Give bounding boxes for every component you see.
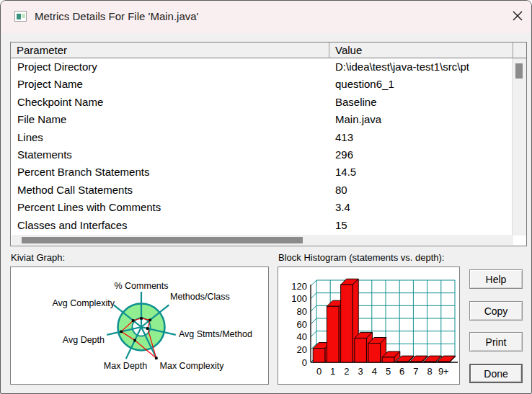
bar-front (368, 344, 381, 362)
table-row[interactable]: Lines413 (12, 129, 513, 146)
close-icon[interactable] (507, 6, 528, 25)
table-body: Project DirectoryD:\idea\test\java-test1… (12, 58, 513, 236)
y-tick-connector (311, 280, 316, 286)
bar-front (438, 362, 450, 362)
x-tick-label: 2 (344, 366, 349, 377)
value-cell: 296 (335, 146, 513, 164)
table-header: Parameter Value (11, 42, 526, 58)
kiviat-axis-label: % Comments (114, 281, 168, 291)
bar-front (382, 357, 394, 362)
horizontal-scrollbar[interactable] (12, 235, 513, 245)
value-cell: 80 (335, 182, 513, 199)
title-bar: Metrics Details For File 'Main.java' (1, 1, 531, 33)
value-cell: Baseline (335, 94, 513, 111)
x-tick-label: 7 (413, 366, 418, 377)
kiviat-graph-panel: % CommentsMethods/ClassAvg Stmts/MethodM… (10, 267, 269, 385)
kiviat-graph-label: Kiviat Graph: (11, 252, 65, 263)
y-tick-connector (311, 318, 316, 324)
param-cell: Project Directory (17, 58, 97, 76)
print-button[interactable]: Print (469, 332, 523, 352)
x-tick-label: 9+ (438, 366, 449, 377)
kiviat-axis-label: Avg Stmts/Method (179, 329, 252, 339)
y-tick-label: 0 (302, 357, 307, 368)
table-row[interactable]: Method Call Statements80 (12, 182, 513, 199)
kiviat-axis-label: Max Depth (104, 361, 147, 371)
y-tick-connector (311, 293, 316, 299)
kiviat-axis-label: Avg Complexity (52, 298, 115, 308)
value-cell: question6_1 (335, 76, 513, 93)
bar-front (410, 362, 422, 362)
x-tick-label: 3 (358, 366, 363, 377)
y-tick-label: 100 (291, 293, 307, 304)
param-cell: Classes and Interfaces (17, 217, 128, 234)
y-tick-label: 120 (291, 281, 307, 292)
block-histogram-label: Block Histogram (statements vs. depth): (278, 252, 444, 263)
x-tick-label: 8 (427, 366, 432, 377)
app-icon (14, 11, 27, 22)
param-cell: Checkpoint Name (17, 94, 103, 111)
kiviat-data-point (133, 339, 136, 342)
bar-front (341, 285, 353, 362)
table-row[interactable]: File NameMain.java (12, 111, 513, 128)
column-header-value[interactable]: Value (329, 42, 513, 58)
bar-front (424, 362, 436, 362)
y-tick-label: 20 (297, 344, 307, 355)
param-cell: Project Name (17, 76, 83, 93)
kiviat-data-point (132, 319, 135, 322)
kiviat-axis-label: Methods/Class (170, 292, 230, 302)
value-cell: D:\idea\test\java-test1\src\pt (335, 58, 513, 76)
metrics-table: Parameter Value Project DirectoryD:\idea… (10, 42, 527, 246)
copy-button[interactable]: Copy (469, 301, 523, 321)
y-tick-label: 60 (297, 319, 307, 330)
bar-front (313, 349, 325, 362)
kiviat-data-point (155, 357, 158, 359)
y-tick-label: 40 (297, 331, 307, 342)
y-tick-connector (311, 331, 316, 337)
x-tick-label: 6 (399, 366, 404, 377)
param-cell: File Name (17, 111, 66, 128)
x-tick-label: 4 (372, 366, 377, 377)
horizontal-scrollbar-thumb[interactable] (22, 237, 303, 243)
y-tick-connector (311, 305, 316, 311)
block-histogram-panel: 0204060801001200123456789+ (278, 267, 460, 385)
kiviat-data-point (146, 327, 149, 330)
value-cell: Main.java (335, 111, 513, 128)
kiviat-data-point (140, 317, 143, 320)
x-tick-label: 0 (316, 366, 322, 377)
value-cell: 413 (335, 129, 513, 146)
table-row[interactable]: Classes and Interfaces15 (12, 217, 513, 234)
value-cell: 14.5 (335, 164, 513, 181)
param-cell: Percent Branch Statements (17, 164, 149, 181)
table-row[interactable]: Project DirectoryD:\idea\test\java-test1… (12, 58, 513, 76)
window-title: Metrics Details For File 'Main.java' (35, 10, 198, 22)
param-cell: Lines (17, 129, 43, 146)
value-cell: 3.4 (335, 199, 513, 216)
table-row[interactable]: Statements296 (12, 146, 513, 164)
kiviat-axis-label: Avg Depth (63, 335, 105, 345)
histogram-chart: 0204060801001200123456789+ (278, 267, 459, 384)
x-tick-label: 1 (330, 366, 335, 377)
column-header-parameter[interactable]: Parameter (11, 42, 329, 58)
help-button[interactable]: Help (469, 269, 523, 289)
kiviat-chart: % CommentsMethods/ClassAvg Stmts/MethodM… (11, 267, 268, 384)
kiviat-data-point (120, 331, 123, 333)
param-cell: Statements (17, 146, 72, 164)
kiviat-axis-label: Max Complexity (160, 361, 225, 371)
table-row[interactable]: Percent Branch Statements14.5 (12, 164, 513, 181)
vertical-scrollbar[interactable] (512, 58, 526, 236)
y-tick-label: 80 (297, 306, 307, 317)
table-row[interactable]: Checkpoint NameBaseline (12, 94, 513, 111)
param-cell: Method Call Statements (17, 182, 133, 199)
done-button[interactable]: Done (469, 364, 523, 383)
param-cell: Percent Lines with Comments (17, 199, 161, 216)
table-row[interactable]: Project Namequestion6_1 (12, 76, 513, 93)
table-row[interactable]: Percent Lines with Comments3.4 (12, 199, 513, 216)
bar-front (396, 362, 408, 362)
value-cell: 15 (335, 217, 513, 234)
kiviat-data-point (148, 319, 151, 322)
vertical-scrollbar-thumb[interactable] (515, 63, 523, 79)
x-tick-label: 5 (386, 366, 391, 377)
metrics-details-dialog: Metrics Details For File 'Main.java' Par… (0, 0, 532, 394)
bar-front (327, 306, 339, 362)
bar-front (355, 338, 367, 362)
